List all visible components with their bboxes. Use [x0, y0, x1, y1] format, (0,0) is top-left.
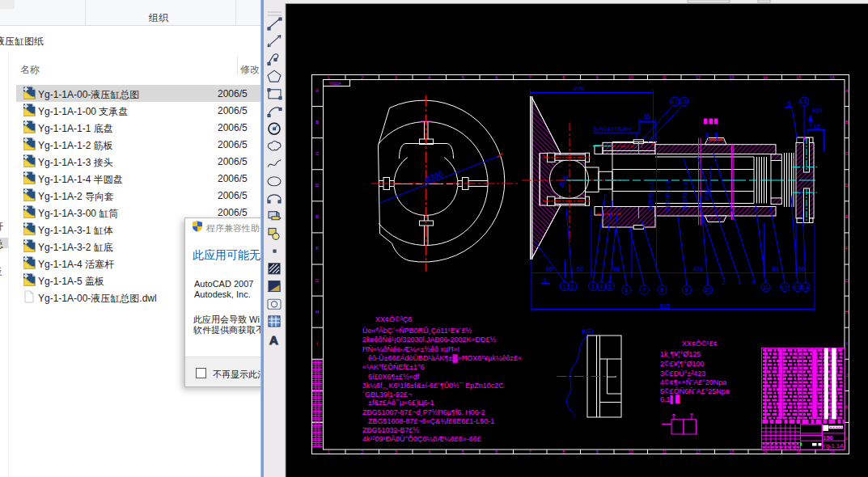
svg-text:Ø125H9(⁺₀·¹): Ø125H9(⁺₀·¹) — [665, 181, 671, 213]
svg-text:15: 15 — [814, 123, 821, 130]
svg-text:Ùe«ªÄbÇ´÷ÑPB0RÛ¸Çó11¹E¥´£½: Ùe«ªÄbÇ´÷ÑPB0RÛ¸Çó11¹E¥´£½ — [362, 327, 472, 335]
svg-text:5-N14X15-6H: 5-N14X15-6H — [594, 125, 631, 133]
svg-text:6: 6 — [625, 287, 629, 293]
svg-text:13: 13 — [794, 285, 801, 290]
svg-text:E: E — [315, 214, 319, 219]
svg-text:9: 9 — [685, 287, 688, 293]
svg-text:C: C — [315, 151, 319, 156]
svg-text:9: 9 — [596, 75, 599, 80]
svg-text:ZBG51008-87£¬6«Ç&¾f£6E6£1-L50-: ZBG51008-87£¬6«Ç&¾f£6E6£1-L50-1 — [368, 417, 494, 425]
svg-text:B: B — [845, 120, 849, 125]
svg-text:G: G — [315, 278, 319, 283]
svg-text:8: 8 — [562, 75, 565, 80]
svg-text:K向: K向 — [582, 327, 594, 336]
svg-text:1: 1 — [328, 75, 330, 80]
svg-text:4: 4 — [752, 278, 756, 285]
svg-text:150: 150 — [823, 434, 833, 441]
svg-text:3©£ÐÙ°±²423: 3©£ÐÙ°±²423 — [660, 369, 705, 378]
svg-text:1k¸¶¥¦°Ø125: 1k¸¶¥¦°Ø125 — [660, 350, 701, 358]
svg-text:3: 3 — [738, 279, 742, 286]
svg-text:6í£0X6¶±£½«df: 6í£0X6¶±£½«df — [368, 373, 420, 381]
svg-text:5: 5 — [462, 450, 464, 454]
svg-text:Ø100f8(₊₀₁): Ø100f8(₊₀₁) — [648, 183, 654, 210]
svg-text:3: 3 — [395, 450, 397, 454]
svg-text:10: 10 — [629, 450, 633, 454]
svg-text:XX¢Ò©¹£¢: XX¢Ò©¹£¢ — [682, 340, 718, 348]
svg-text:13: 13 — [729, 450, 734, 454]
svg-text:10: 10 — [705, 287, 711, 293]
svg-text:8: 8 — [661, 287, 664, 293]
svg-text:2: 2 — [361, 450, 363, 454]
svg-text:11: 11 — [763, 285, 768, 290]
svg-text:2: 2 — [722, 279, 726, 286]
svg-text:ZBG51007-87£¬d¸P7½Ħ6µ¶f6. H06-: ZBG51007-87£¬d¸P7½Ħ6µ¶f6. H06-2 — [362, 408, 485, 416]
svg-text:12: 12 — [781, 285, 788, 290]
svg-text:60: 60 — [577, 265, 583, 272]
svg-text:14: 14 — [802, 285, 809, 290]
svg-text:613: 613 — [660, 302, 671, 310]
svg-text:C: C — [845, 151, 849, 156]
svg-text:D: D — [315, 183, 319, 188]
svg-text:2©£¥¦¶°Ø100: 2©£¥¦¶°Ø100 — [660, 360, 704, 368]
svg-text:B: B — [315, 120, 319, 125]
svg-text:Ø150f9(₊₀₃): Ø150f9(₊₀₃) — [682, 183, 688, 210]
svg-text:´GBL39l1-92£¬: ´GBL39l1-92£¬ — [362, 390, 412, 399]
svg-text:423: 423 — [693, 265, 704, 272]
svg-text:YG11A: YG11A — [328, 82, 341, 86]
svg-text:9: 9 — [596, 450, 599, 454]
svg-text:G: G — [845, 278, 849, 283]
svg-text:4: 4 — [600, 284, 603, 289]
svg-text:3: 3 — [591, 284, 595, 289]
svg-text:7: 7 — [529, 450, 531, 454]
svg-text:4k¹²09¹ÐÀ0Ù°Ò0Ç6¼0Æ¼6£6»-66£: 4k¹²09¹ÐÀ0Ù°Ò0Ç6¼0Æ¼6£6»-66£ — [362, 435, 481, 443]
svg-text:XX¢Ò©³Ç6: XX¢Ò©³Ç6 — [375, 315, 412, 323]
svg-text:ZBG51032-B7£½: ZBG51032-B7£½ — [362, 426, 420, 434]
svg-text:H: H — [845, 310, 849, 314]
svg-text:5: 5 — [608, 284, 612, 289]
svg-text:7: 7 — [643, 287, 646, 293]
svg-text:E: E — [845, 214, 849, 219]
svg-text:1: 1 — [544, 276, 548, 284]
svg-text:17: 17 — [671, 99, 678, 104]
svg-text:K向: K向 — [812, 107, 823, 114]
svg-text:12: 12 — [696, 75, 701, 80]
svg-text:16: 16 — [830, 75, 835, 80]
svg-text:3: 3 — [395, 75, 397, 80]
svg-text:4: 4 — [428, 75, 430, 80]
svg-text:270: 270 — [574, 85, 585, 92]
svg-text:15: 15 — [801, 99, 807, 104]
svg-text:2keêôÑé¹¡0/32030l.JAB06-2002K«: 2keêôÑé¹¡0/32030l.JAB06-2002K«ÐÐ£½ — [362, 336, 497, 344]
svg-text:A: A — [315, 88, 319, 93]
svg-text:6.1▌▊: 6.1▌▊ — [660, 395, 681, 404]
svg-text:D: D — [845, 183, 849, 188]
svg-text:6: 6 — [495, 450, 498, 454]
svg-text:4©¢¶«+Ñ¨A£°20Npa: 4©¢¶«+Ñ¨A£°20Npa — [660, 378, 726, 386]
svg-text:80: 80 — [772, 265, 778, 272]
svg-text:5: 5 — [462, 75, 464, 80]
svg-text:A: A — [845, 88, 849, 93]
svg-text:A: A — [269, 333, 278, 347]
svg-text:66: 66 — [798, 265, 805, 272]
svg-text:Ø150: Ø150 — [704, 188, 709, 201]
svg-text:10: 10 — [629, 75, 633, 80]
svg-text:1: 1 — [563, 284, 566, 289]
svg-text:3k¼6f,,¸K6¹1f6±f&±í-6£´¶Û0½¯ E: 3k¼6f,,¸K6¹1f6±f&±í-6£´¶Û0½¯ EpZn10c2C — [362, 382, 504, 390]
svg-text:B: B — [706, 132, 710, 137]
svg-text:±f&z£Áè¯µ«6£)Ц6-1: ±f&z£Áè¯µ«6£)Ц6-1 — [368, 399, 434, 407]
svg-text:«¹AK°f£ÔÑEf£±1°6: «¹AK°f£ÔÑEf£±1°6 — [362, 363, 425, 371]
svg-text:7: 7 — [529, 75, 531, 80]
svg-text:êô-Û±66£ÁdòÙBD¹àÁK¶±▓»ĦOX6¹¥µk: êô-Û±66£ÁdòÙBD¹àÁK¶±▓»ĦOX6¹¥µk¼êôz£« — [368, 354, 522, 363]
svg-text:2: 2 — [361, 75, 363, 80]
svg-text:Yg-1.1A: Yg-1.1A — [822, 442, 844, 450]
svg-text:K: K — [845, 404, 849, 409]
svg-text:16: 16 — [681, 99, 688, 104]
svg-text:L: L — [845, 436, 848, 441]
svg-text:5: 5 — [788, 100, 792, 108]
svg-text:1: 1 — [328, 450, 330, 454]
svg-text:11: 11 — [662, 450, 667, 454]
svg-text:B: B — [715, 132, 719, 137]
svg-text:ĦÑ«¼ôÑée-Æ¼«±½êô xuĦ»!: ĦÑ«¼ôÑée-Æ¼«±½êô xuĦ»! — [362, 345, 459, 353]
svg-text:8: 8 — [562, 450, 565, 454]
svg-text:98: 98 — [613, 265, 620, 272]
svg-text:14: 14 — [763, 75, 768, 80]
